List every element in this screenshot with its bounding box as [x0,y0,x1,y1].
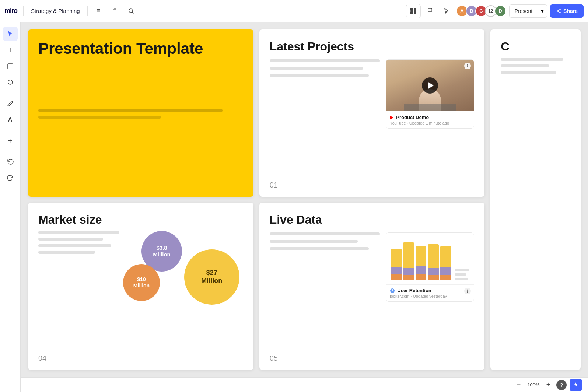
chart-embed: User Retention looker.com · Updated yest… [386,232,474,302]
m-line-4 [38,251,95,254]
flag-button[interactable] [424,4,437,18]
grid-icon [410,7,417,15]
card-2-number: 01 [270,181,278,189]
card-1-line-2 [38,116,161,119]
bubbles-area: $3.8 Million $10 Million $27 Million [119,231,243,305]
grid-view-button[interactable] [406,4,421,18]
chart-subtitle: looker.com · Updated yesterday [390,294,470,298]
export-icon [112,8,118,14]
divider-2 [87,6,88,16]
chart-info-icon[interactable]: ℹ [464,288,471,294]
bar-2-yellow [403,242,414,268]
zoom-out-button[interactable]: − [514,380,524,390]
bar-chart [391,237,451,280]
line-1 [270,59,380,62]
video-source: ▶ Product Demo [390,114,470,120]
video-title: Product Demo [396,115,429,120]
menu-icon: ≡ [97,7,101,15]
board-title[interactable]: Strategy & Planning [28,6,83,15]
present-button-group[interactable]: Present ▾ [509,4,547,18]
video-embed[interactable]: ℹ ▶ Product Demo YouTube · Updated 1 min… [386,59,474,129]
video-subtitle: YouTube · Updated 1 minute ago [390,121,470,125]
shapes-icon [7,79,14,86]
select-tool[interactable] [3,27,18,41]
shapes-tool[interactable] [3,75,18,90]
bubble-large: $27 Million [184,249,239,305]
bar-4-purple [428,268,439,275]
card-4-content: User Retention looker.com · Updated yest… [270,232,475,302]
plus-icon: + [8,136,13,146]
magic-button[interactable] [570,379,582,391]
youtube-icon: ▶ [390,114,394,120]
card-5-title: C [501,40,570,53]
chart-area [386,233,474,284]
svg-rect-4 [414,11,416,14]
zoom-in-button[interactable]: + [543,380,553,390]
redo-button[interactable] [3,171,18,185]
text-tool[interactable]: T [3,43,18,57]
legend-line-3 [455,278,468,280]
pen-tool[interactable] [3,96,18,111]
card-3-text-lines [38,231,119,305]
cursor-button[interactable] [440,4,453,18]
pen-icon [7,100,14,107]
share-label: Share [563,8,578,14]
bar-5 [440,237,451,280]
help-button[interactable]: ? [556,380,567,390]
text-icon: T [8,47,12,53]
share-icon [556,8,561,14]
share-button[interactable]: Share [550,4,584,18]
separator-3 [4,151,16,151]
redo-icon [7,174,14,182]
card-4-title: Live Data [270,213,475,227]
add-tool[interactable]: + [3,133,18,148]
bar-1-orange [391,274,402,280]
separator-1 [4,93,16,93]
looker-icon [390,288,395,293]
card-4-number: 05 [270,354,278,363]
search-button[interactable] [125,4,138,18]
card-5-line-3 [501,71,556,74]
video-play-button[interactable] [422,77,438,94]
present-label[interactable]: Present [510,5,538,17]
sticky-tool[interactable] [3,59,18,74]
help-icon: ? [560,382,563,388]
zoom-out-icon: − [517,381,521,389]
card-3-title: Market size [38,213,243,227]
card-1-title: Presentation Template [38,40,243,57]
undo-button[interactable] [3,154,18,169]
line-2 [270,67,364,70]
avatar-4: D [494,5,506,17]
search-icon [128,8,134,14]
svg-line-8 [557,10,560,11]
bar-5-yellow [440,246,451,267]
topbar-right-section: A B C 12 D Present ▾ Share [406,4,584,18]
bar-5-orange [440,275,451,280]
bar-3-orange [416,274,427,280]
flag-icon [427,8,434,14]
ld-line-3 [270,247,369,250]
bar-3 [416,237,427,280]
bubble-medium: $10 Million [123,264,160,301]
card-1-line-1 [38,109,223,112]
bar-2 [403,237,414,280]
card-5-line-1 [501,58,563,61]
card-2-title: Latest Projects [270,40,475,53]
bottom-toolbar: − 100% + ? [21,377,588,392]
legend-line-1 [455,269,469,271]
card-3-content: $3.8 Million $10 Million $27 Million [38,231,243,305]
text-format-tool[interactable]: A [3,112,18,127]
present-chevron[interactable]: ▾ [538,5,547,17]
left-toolbar: T A + [0,22,21,392]
ld-line-2 [270,240,358,243]
menu-button[interactable]: ≡ [92,4,105,18]
card-2-text-lines [270,59,380,129]
card-live-data: Live Data [259,203,485,370]
svg-rect-10 [8,64,13,69]
line-3 [270,74,369,77]
bar-4-yellow [428,244,439,268]
export-button[interactable] [108,4,122,18]
chart-legend [453,269,469,280]
card-3-number: 04 [38,354,46,363]
select-icon [7,30,14,38]
